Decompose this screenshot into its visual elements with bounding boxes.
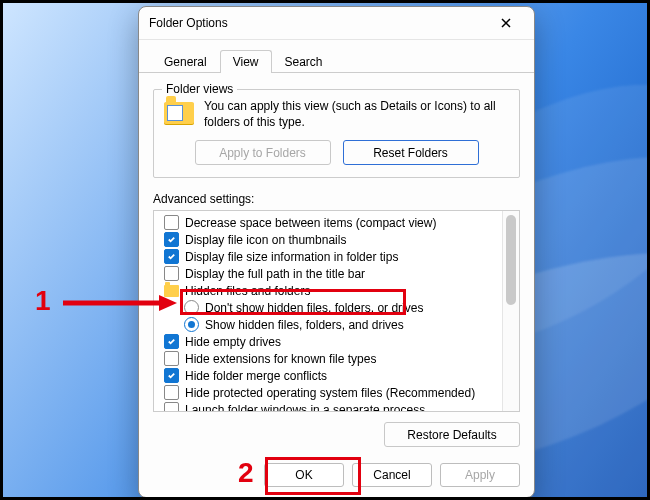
checkbox-icon <box>164 368 179 383</box>
opt-hide-empty-drives[interactable]: Hide empty drives <box>158 333 519 350</box>
checkbox-icon <box>164 385 179 400</box>
svg-marker-1 <box>159 295 177 311</box>
opt-hide-merge-conflicts[interactable]: Hide folder merge conflicts <box>158 367 519 384</box>
folder-views-desc: You can apply this view (such as Details… <box>204 98 509 130</box>
opt-label: Hide empty drives <box>185 335 281 349</box>
opt-label: Display the full path in the title bar <box>185 267 365 281</box>
apply-to-folders-button[interactable]: Apply to Folders <box>195 140 331 165</box>
checkbox-icon <box>164 232 179 247</box>
opt-hide-extensions[interactable]: Hide extensions for known file types <box>158 350 519 367</box>
opt-compact-view[interactable]: Decrease space between items (compact vi… <box>158 214 519 231</box>
annotation-number-2: 2 <box>238 457 254 489</box>
tab-strip: General View Search <box>139 46 534 73</box>
opt-launch-separate-process[interactable]: Launch folder windows in a separate proc… <box>158 401 519 412</box>
tree-scrollbar[interactable] <box>502 211 519 411</box>
checkbox-icon <box>164 351 179 366</box>
opt-hide-protected-os[interactable]: Hide protected operating system files (R… <box>158 384 519 401</box>
folder-views-group: Folder views You can apply this view (su… <box>153 89 520 178</box>
opt-label: Display file size information in folder … <box>185 250 398 264</box>
checkbox-icon <box>164 215 179 230</box>
opt-label: Display file icon on thumbnails <box>185 233 346 247</box>
opt-file-size-tips[interactable]: Display file size information in folder … <box>158 248 519 265</box>
window-title: Folder Options <box>149 16 488 30</box>
annotation-number-1: 1 <box>35 285 51 317</box>
tab-search[interactable]: Search <box>272 50 336 73</box>
reset-folders-button[interactable]: Reset Folders <box>343 140 479 165</box>
scrollbar-thumb[interactable] <box>506 215 516 305</box>
checkbox-icon <box>164 402 179 412</box>
folder-views-icon <box>164 98 194 128</box>
opt-show-hidden[interactable]: Show hidden files, folders, and drives <box>158 316 519 333</box>
tab-general[interactable]: General <box>151 50 220 73</box>
radio-icon <box>184 317 199 332</box>
opt-label: Hide extensions for known file types <box>185 352 376 366</box>
opt-label: Hide protected operating system files (R… <box>185 386 475 400</box>
checkbox-icon <box>164 334 179 349</box>
opt-full-path-titlebar[interactable]: Display the full path in the title bar <box>158 265 519 282</box>
opt-label: Hide folder merge conflicts <box>185 369 327 383</box>
cancel-button[interactable]: Cancel <box>352 463 432 487</box>
opt-file-icon-thumbs[interactable]: Display file icon on thumbnails <box>158 231 519 248</box>
opt-label: Show hidden files, folders, and drives <box>205 318 404 332</box>
close-button[interactable] <box>488 9 524 37</box>
annotation-box-show-hidden <box>180 289 406 315</box>
close-icon <box>501 18 511 28</box>
dialog-body: Folder views You can apply this view (su… <box>139 73 534 455</box>
opt-label: Decrease space between items (compact vi… <box>185 216 436 230</box>
restore-defaults-button[interactable]: Restore Defaults <box>384 422 520 447</box>
folder-views-legend: Folder views <box>162 82 237 96</box>
tab-view[interactable]: View <box>220 50 272 73</box>
advanced-settings-label: Advanced settings: <box>153 192 520 206</box>
titlebar: Folder Options <box>139 7 534 40</box>
apply-button[interactable]: Apply <box>440 463 520 487</box>
annotation-arrow-1 <box>59 291 179 315</box>
folder-options-dialog: Folder Options General View Search Folde… <box>138 6 535 498</box>
opt-label: Launch folder windows in a separate proc… <box>185 403 425 413</box>
checkbox-icon <box>164 266 179 281</box>
checkbox-icon <box>164 249 179 264</box>
annotation-box-ok <box>265 457 361 495</box>
